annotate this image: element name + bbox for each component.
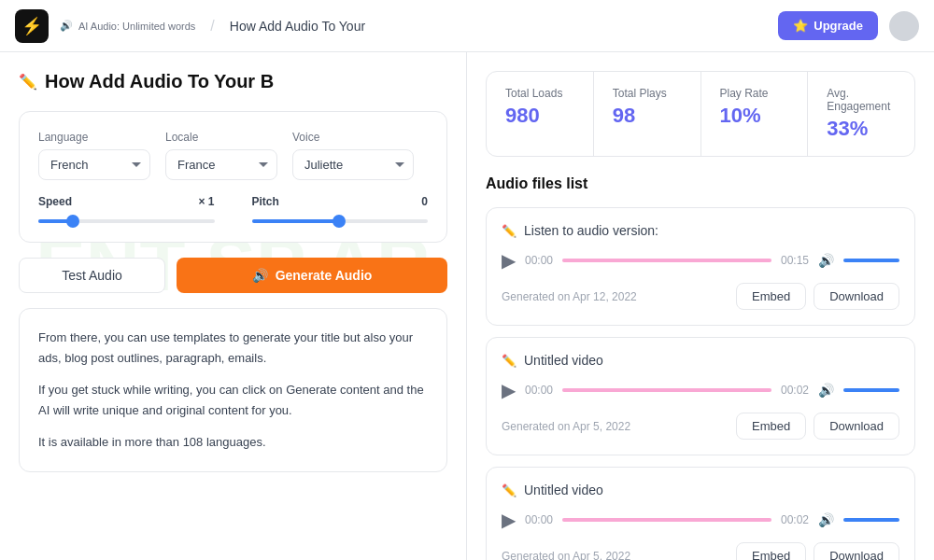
generated-text-2: Generated on Apr 5, 2022	[502, 420, 630, 433]
action-buttons-row: Test Audio 🔊 Generate Audio	[19, 258, 447, 293]
time-start-2: 00:00	[525, 384, 553, 397]
time-end-3: 00:02	[781, 513, 809, 526]
pitch-label: Pitch	[252, 195, 279, 208]
audio-edit-icon-2[interactable]: ✏️	[502, 354, 517, 368]
download-button-2[interactable]: Download	[814, 413, 899, 440]
speed-label-row: Speed × 1	[38, 195, 215, 208]
stat-total-loads-label: Total Loads	[505, 87, 574, 100]
left-content: ✏️ How Add Audio To Your B Language Fren…	[19, 71, 447, 472]
language-label: Language	[38, 131, 150, 144]
speed-label: Speed	[38, 195, 72, 208]
progress-fill-1	[562, 259, 771, 262]
footer-buttons-3: Embed Download	[736, 542, 899, 560]
speed-track	[38, 219, 215, 223]
audio-footer-3: Generated on Apr 5, 2022 Embed Download	[502, 542, 899, 560]
audio-card-2: ✏️ Untitled video ▶ 00:00 00:02 🔊 Genera…	[486, 337, 915, 455]
time-end-1: 00:15	[781, 254, 809, 267]
audio-title-row-1: ✏️ Listen to audio version:	[502, 223, 899, 238]
embed-button-1[interactable]: Embed	[736, 283, 806, 310]
stats-row: Total Loads 980 Total Plays 98 Play Rate…	[486, 71, 915, 157]
stat-total-loads: Total Loads 980	[487, 72, 594, 156]
speed-thumb[interactable]	[66, 215, 79, 228]
text-paragraph-2: If you get stuck while writing, you can …	[38, 380, 428, 421]
volume-track-2[interactable]	[843, 388, 899, 392]
locale-select[interactable]: France	[165, 149, 277, 180]
generate-icon: 🔊	[252, 268, 268, 283]
upgrade-star-icon: ⭐	[793, 19, 808, 33]
pitch-fill	[252, 219, 340, 223]
brand-label: AI Audio: Unlimited words	[78, 21, 195, 32]
nav-brand: 🔊 AI Audio: Unlimited words	[60, 20, 195, 32]
stat-avg-engagement-label: Avg. Engagement	[827, 87, 896, 113]
audio-card-1: ✏️ Listen to audio version: ▶ 00:00 00:1…	[486, 207, 915, 326]
topnav: ⚡ 🔊 AI Audio: Unlimited words / How Add …	[0, 0, 934, 52]
progress-track-3[interactable]	[562, 518, 771, 522]
audio-footer-2: Generated on Apr 5, 2022 Embed Download	[502, 413, 899, 440]
stat-play-rate: Play Rate 10%	[701, 72, 809, 156]
generate-audio-button[interactable]: 🔊 Generate Audio	[177, 258, 447, 293]
audio-title-2: Untitled video	[524, 353, 603, 368]
play-button-2[interactable]: ▶	[502, 379, 516, 401]
audio-player-1: ▶ 00:00 00:15 🔊	[502, 249, 899, 272]
stat-total-loads-value: 980	[505, 104, 574, 128]
stat-total-plays-label: Total Plays	[613, 87, 682, 100]
dropdowns-row: Language French Locale France Voice	[38, 131, 428, 180]
page-title-text: How Add Audio To Your B	[45, 71, 274, 92]
volume-icon-3[interactable]: 🔊	[818, 512, 834, 527]
edit-icon[interactable]: ✏️	[19, 73, 37, 91]
time-end-2: 00:02	[781, 384, 809, 397]
page-title: ✏️ How Add Audio To Your B	[19, 71, 447, 92]
left-panel: ENT SP AR ENT SP AR ✏️ How Add Audio To …	[0, 52, 467, 560]
audio-edit-icon-1[interactable]: ✏️	[502, 224, 517, 238]
main-layout: ENT SP AR ENT SP AR ✏️ How Add Audio To …	[0, 52, 934, 560]
generated-text-1: Generated on Apr 12, 2022	[502, 290, 637, 303]
volume-icon-1[interactable]: 🔊	[818, 253, 834, 268]
progress-fill-3	[562, 518, 771, 522]
audio-title-3: Untitled video	[524, 483, 603, 497]
volume-track-1[interactable]	[843, 259, 899, 262]
speed-field: Speed × 1	[38, 195, 215, 223]
stat-avg-engagement-value: 33%	[827, 117, 896, 141]
speed-value: × 1	[198, 195, 214, 208]
pitch-track	[252, 219, 429, 223]
download-button-3[interactable]: Download	[814, 542, 899, 560]
upgrade-button[interactable]: ⭐ Upgrade	[778, 11, 878, 40]
audio-edit-icon-3[interactable]: ✏️	[502, 483, 517, 497]
audio-player-3: ▶ 00:00 00:02 🔊	[502, 509, 899, 531]
voice-field: Voice Juliette	[292, 131, 414, 180]
footer-buttons-1: Embed Download	[736, 283, 899, 310]
audio-card-3: ✏️ Untitled video ▶ 00:00 00:02 🔊 Genera…	[486, 467, 915, 560]
voice-label: Voice	[292, 131, 414, 144]
play-button-1[interactable]: ▶	[502, 249, 516, 272]
logo: ⚡	[15, 9, 49, 43]
stat-avg-engagement: Avg. Engagement 33%	[808, 72, 914, 156]
stat-play-rate-label: Play Rate	[720, 87, 789, 100]
brand-audio-icon: 🔊	[60, 20, 73, 32]
progress-track-1[interactable]	[562, 259, 771, 262]
download-button-1[interactable]: Download	[814, 283, 899, 310]
embed-button-3[interactable]: Embed	[736, 542, 806, 560]
voice-select[interactable]: Juliette	[292, 149, 414, 180]
audio-title-1: Listen to audio version:	[524, 223, 658, 238]
avatar[interactable]	[889, 11, 919, 41]
play-button-3[interactable]: ▶	[502, 509, 516, 531]
nav-page-title: How Add Audio To Your	[230, 19, 365, 34]
pitch-thumb[interactable]	[333, 215, 346, 228]
locale-field: Locale France	[165, 131, 277, 180]
time-start-3: 00:00	[525, 513, 553, 526]
language-select[interactable]: French	[38, 149, 150, 180]
progress-track-2[interactable]	[562, 388, 771, 392]
text-paragraph-3: It is available in more than 108 languag…	[38, 432, 428, 453]
volume-track-3[interactable]	[843, 518, 899, 522]
settings-card: Language French Locale France Voice	[19, 111, 447, 243]
language-field: Language French	[38, 131, 150, 180]
audio-footer-1: Generated on Apr 12, 2022 Embed Download	[502, 283, 899, 310]
audio-player-2: ▶ 00:00 00:02 🔊	[502, 379, 899, 401]
volume-icon-2[interactable]: 🔊	[818, 383, 834, 398]
text-content-card: From there, you can use templates to gen…	[19, 308, 447, 472]
audio-title-row-3: ✏️ Untitled video	[502, 483, 899, 497]
embed-button-2[interactable]: Embed	[736, 413, 806, 440]
test-audio-button[interactable]: Test Audio	[19, 258, 165, 293]
pitch-label-row: Pitch 0	[252, 195, 429, 208]
generate-label: Generate Audio	[276, 268, 373, 283]
